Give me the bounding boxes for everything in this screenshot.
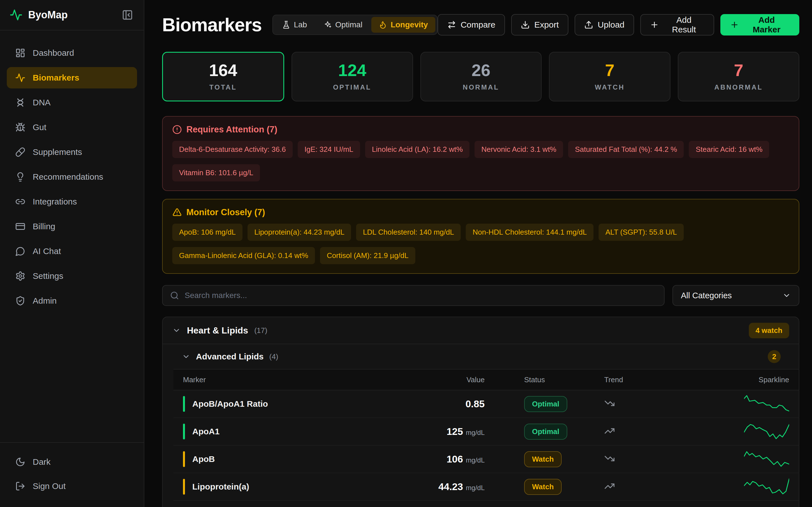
group-header-cardiac-markers[interactable]: Cardiac Markers (5) [173, 501, 799, 507]
gear-icon [15, 271, 26, 281]
attention-chip[interactable]: Stearic Acid: 16 wt% [689, 141, 769, 158]
sidebar-item-recommendations[interactable]: Recommendations [7, 166, 137, 187]
brand-logo-icon [10, 8, 22, 21]
sidebar-item-gut[interactable]: Gut [7, 117, 137, 138]
attention-chip[interactable]: Linoleic Acid (LA): 16.2 wt% [365, 141, 469, 158]
monitor-chip[interactable]: ALT (SGPT): 55.8 U/L [599, 224, 683, 241]
plus-icon [730, 20, 739, 29]
stat-value: 7 [734, 62, 743, 79]
column-header-marker: Marker [183, 376, 400, 384]
attention-chip[interactable]: Vitamin B6: 101.6 µg/L [172, 164, 260, 181]
sidebar-item-label: Gut [33, 122, 46, 132]
column-header-sparkline: Sparkline [759, 376, 789, 384]
search-input[interactable] [185, 291, 657, 300]
plus-icon [650, 20, 659, 29]
add-marker-button[interactable]: Add Marker [720, 14, 799, 36]
compare-button[interactable]: Compare [438, 14, 505, 36]
stat-label: WATCH [595, 83, 625, 91]
status-accent-bar [183, 424, 185, 439]
sidebar-footer-sign-out[interactable]: Sign Out [7, 475, 137, 497]
main-content: Biomarkers LabOptimalLongevity CompareEx… [144, 0, 812, 507]
sidebar-item-label: Recommendations [33, 172, 103, 182]
trend-up-icon [604, 481, 615, 492]
group-header-heart-lipids[interactable]: Heart & Lipids (17) 4 watch [163, 317, 799, 344]
monitor-chip[interactable]: Gamma-Linolenic Acid (GLA): 0.14 wt% [172, 247, 315, 264]
subgroup-count: (4) [269, 352, 278, 361]
sidebar-item-admin[interactable]: Admin [7, 290, 137, 312]
trend-down-icon [604, 453, 615, 464]
subgroup-header[interactable]: Advanced Lipids (4) 2 [173, 344, 799, 369]
sidebar-item-integrations[interactable]: Integrations [7, 191, 137, 212]
sparkles-icon [323, 20, 332, 29]
marker-group-card: Heart & Lipids (17) 4 watch Advanced Lip… [162, 317, 799, 507]
dna-icon [15, 98, 26, 108]
sidebar-footer-dark[interactable]: Dark [7, 451, 137, 473]
status-accent-bar [183, 396, 185, 412]
monitor-chip[interactable]: Non-HDL Cholesterol: 144.1 mg/dL [466, 224, 594, 241]
filter-label: Optimal [335, 20, 362, 29]
link-icon [15, 196, 26, 207]
stat-card-total[interactable]: 164 TOTAL [162, 52, 284, 101]
credit-card-icon [15, 221, 26, 231]
alert-triangle-icon [172, 208, 182, 217]
marker-name: ApoA1 [192, 427, 220, 436]
chevron-down-icon [172, 326, 181, 335]
category-select[interactable]: All Categories [672, 285, 799, 306]
button-label: Upload [598, 20, 624, 30]
attention-chip[interactable]: Delta-6-Desaturase Activity: 36.6 [172, 141, 293, 158]
stat-card-watch[interactable]: 7 WATCH [549, 52, 670, 101]
stat-card-normal[interactable]: 26 NORMAL [420, 52, 542, 101]
marker-trend-cell [603, 426, 615, 438]
marker-sparkline-cell [744, 450, 789, 469]
table-row-lipoprotein-a[interactable]: Lipoprotein(a) 44.23mg/dL Watch [173, 473, 799, 501]
monitor-chip[interactable]: Cortisol (AM): 21.9 µg/dL [320, 247, 415, 264]
sidebar-item-supplements[interactable]: Supplements [7, 142, 137, 163]
monitor-closely-chips: ApoB: 106 mg/dLLipoprotein(a): 44.23 mg/… [172, 224, 789, 264]
monitor-chip[interactable]: ApoB: 106 mg/dL [172, 224, 243, 241]
trend-down-icon [604, 398, 615, 409]
sidebar-header: ByoMap [0, 0, 144, 31]
marker-value-cell: 0.85 [465, 398, 485, 409]
attention-chip[interactable]: IgE: 324 IU/mL [298, 141, 360, 158]
brand-name: ByoMap [28, 9, 68, 21]
status-accent-bar [183, 479, 185, 495]
status-badge: Watch [524, 451, 562, 467]
sidebar: ByoMap DashboardBiomarkersDNAGutSuppleme… [0, 0, 144, 507]
table-row-apob-apoa1-ratio[interactable]: ApoB/ApoA1 Ratio 0.85 Optimal [173, 390, 799, 418]
monitor-chip[interactable]: LDL Cholesterol: 140 mg/dL [356, 224, 461, 241]
sidebar-item-label: DNA [33, 98, 50, 107]
upload-button[interactable]: Upload [574, 14, 634, 36]
attention-chip[interactable]: Nervonic Acid: 3.1 wt% [474, 141, 563, 158]
filter-label: Lab [294, 20, 307, 29]
sidebar-item-settings[interactable]: Settings [7, 265, 137, 287]
table-header: MarkerValueStatusTrendSparkline [173, 369, 799, 390]
add-result-button[interactable]: Add Result [640, 14, 714, 36]
sidebar-collapse-button[interactable] [122, 9, 134, 21]
toolbar: All Categories [162, 285, 799, 306]
filter-longevity[interactable]: Longevity [371, 17, 435, 33]
stat-card-optimal[interactable]: 124 OPTIMAL [292, 52, 413, 101]
chat-icon [15, 246, 26, 256]
stat-value: 164 [209, 62, 237, 79]
subgroup-advanced-lipids: Advanced Lipids (4) 2 MarkerValueStatusT… [163, 344, 799, 507]
export-button[interactable]: Export [511, 14, 568, 36]
stat-label: OPTIMAL [333, 83, 371, 91]
filter-optimal[interactable]: Optimal [316, 17, 370, 33]
filter-lab[interactable]: Lab [274, 17, 314, 33]
sidebar-item-ai-chat[interactable]: AI Chat [7, 240, 137, 262]
group-watch-badge: 4 watch [749, 323, 789, 338]
table-row-apoa1[interactable]: ApoA1 125mg/dL Optimal [173, 418, 799, 446]
monitor-chip[interactable]: Lipoprotein(a): 44.23 mg/dL [248, 224, 351, 241]
sidebar-item-billing[interactable]: Billing [7, 216, 137, 237]
sidebar-item-label: Integrations [33, 197, 77, 207]
chevron-down-icon [782, 291, 791, 300]
search-box [162, 285, 665, 306]
attention-chip[interactable]: Saturated Fat Total (%): 44.2 % [568, 141, 684, 158]
bug-icon [15, 122, 26, 132]
stat-card-abnormal[interactable]: 7 ABNORMAL [678, 52, 799, 101]
sidebar-item-biomarkers[interactable]: Biomarkers [7, 67, 137, 89]
sidebar-item-dna[interactable]: DNA [7, 92, 137, 113]
table-row-apob[interactable]: ApoB 106mg/dL Watch [173, 446, 799, 473]
chevron-down-icon [182, 352, 190, 361]
sidebar-item-dashboard[interactable]: Dashboard [7, 42, 137, 64]
